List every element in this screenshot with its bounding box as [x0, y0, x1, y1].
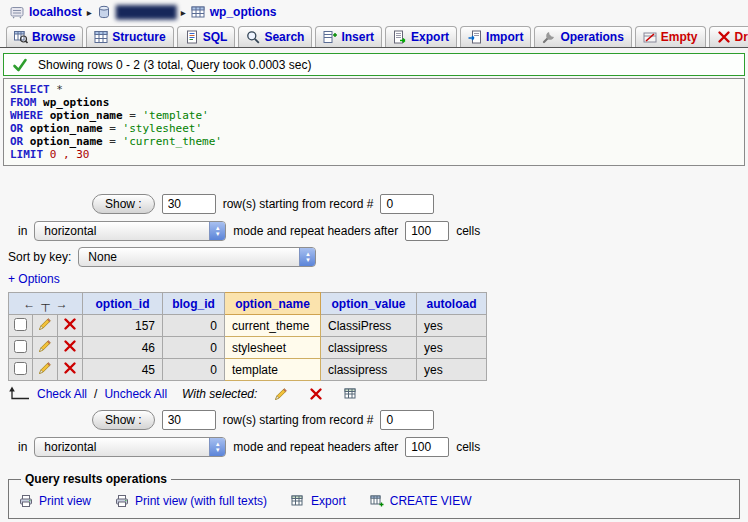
cell-option_value: ClassiPress	[321, 315, 417, 337]
tab-drop[interactable]: Drop	[709, 26, 748, 47]
cell-autoload: yes	[417, 337, 487, 359]
edit-row-button[interactable]	[38, 317, 52, 331]
cell-option_id: 45	[83, 359, 163, 381]
tab-browse[interactable]: Browse	[6, 26, 83, 47]
rows-count-input-top[interactable]	[162, 194, 216, 214]
row-checkbox[interactable]	[14, 318, 27, 331]
edit-row-button[interactable]	[38, 339, 52, 353]
tab-label: Operations	[560, 30, 623, 44]
tab-insert[interactable]: Insert	[315, 26, 382, 47]
tab-search[interactable]: Search	[238, 26, 312, 47]
column-header-option_id[interactable]: option_id	[83, 293, 163, 315]
options-toggle-link[interactable]: + Options	[8, 272, 60, 286]
delete-row-button[interactable]	[63, 317, 77, 331]
export-icon	[393, 30, 407, 44]
column-header-option_value[interactable]: option_value	[321, 293, 417, 315]
sql-line: OR option_name = 'stylesheet'	[10, 122, 738, 135]
import-icon	[468, 30, 482, 44]
show-button-top[interactable]: Show :	[92, 194, 155, 214]
tab-empty[interactable]: Empty	[635, 26, 706, 47]
rows-count-input-bottom[interactable]	[162, 410, 216, 430]
select-arrows-icon: ▲▼	[209, 222, 225, 240]
start-record-input-top[interactable]	[380, 194, 434, 214]
cell-option_id: 157	[83, 315, 163, 337]
sql-line: WHERE option_name = 'template'	[10, 109, 738, 122]
drop-icon	[717, 30, 731, 44]
check-all-link[interactable]: Check All	[37, 387, 87, 401]
sql-token: WHERE	[10, 109, 43, 122]
with-selected-export-button[interactable]	[344, 387, 358, 401]
delete-row-button[interactable]	[63, 361, 77, 375]
display-mode-select-bottom[interactable]: horizontal ▲▼	[34, 437, 226, 457]
sql-token: wp_options	[37, 96, 110, 109]
display-mode-select-top[interactable]: horizontal ▲▼	[34, 221, 226, 241]
with-selected-delete-button[interactable]	[309, 387, 323, 401]
repeat-headers-input-bottom[interactable]	[405, 437, 449, 457]
breadcrumb-server-link[interactable]: localhost	[29, 5, 82, 19]
mode-label-bottom: mode and repeat headers after	[233, 440, 398, 454]
show-button-bottom[interactable]: Show :	[92, 410, 155, 430]
create-view-link[interactable]: CREATE VIEW	[370, 494, 472, 508]
edit-row-button[interactable]	[38, 361, 52, 375]
transpose-icon[interactable]: ┬	[38, 297, 53, 311]
structure-icon	[94, 30, 108, 44]
sql-line: LIMIT 0 , 30	[10, 148, 738, 161]
checkbox-cell	[9, 359, 33, 381]
breadcrumb-database-link[interactable]: ████████	[116, 5, 176, 19]
delete-cell	[58, 315, 83, 337]
sql-token: =	[103, 135, 123, 148]
tab-label: Drop	[735, 30, 748, 44]
tab-structure[interactable]: Structure	[86, 26, 173, 47]
table-icon	[191, 5, 205, 19]
start-record-input-bottom[interactable]	[380, 410, 434, 430]
delete-row-button[interactable]	[63, 339, 77, 353]
column-header-autoload[interactable]: autoload	[417, 293, 487, 315]
row-checkbox[interactable]	[14, 340, 27, 353]
sort-by-key-value: None	[88, 250, 299, 264]
arrow-left-icon[interactable]: ←	[20, 297, 38, 311]
display-mode-value-bottom: horizontal	[44, 440, 209, 454]
sql-token: OR	[10, 122, 23, 135]
print-view-full-texts-link[interactable]: Print view (with full texts)	[115, 494, 267, 508]
sort-by-key-select[interactable]: None ▲▼	[78, 247, 316, 267]
query-ops-legend: Query results operations	[21, 472, 171, 486]
column-header-option_name[interactable]: option_name	[225, 293, 321, 315]
sql-token: 0 , 30	[43, 148, 89, 161]
tab-export[interactable]: Export	[385, 26, 457, 47]
arrow-right-icon[interactable]: →	[53, 297, 71, 311]
sql-token: option_name	[23, 122, 102, 135]
create-view-icon	[370, 494, 384, 508]
export-small-icon	[291, 494, 305, 508]
tab-import[interactable]: Import	[460, 26, 531, 47]
tab-label: Search	[264, 30, 304, 44]
edit-cell	[33, 337, 58, 359]
cell-option_id: 46	[83, 337, 163, 359]
sql-token: 'current_theme'	[123, 135, 222, 148]
tab-sql[interactable]: SQL	[177, 26, 236, 47]
cell-option_name: current_theme	[225, 315, 321, 337]
row-checkbox[interactable]	[14, 362, 27, 375]
tab-operations[interactable]: Operations	[534, 26, 631, 47]
sql-line: OR option_name = 'current_theme'	[10, 135, 738, 148]
cell-blog_id: 0	[163, 359, 225, 381]
op-link-label: Export	[311, 494, 346, 508]
repeat-headers-input-top[interactable]	[405, 221, 449, 241]
cell-autoload: yes	[417, 315, 487, 337]
with-selected-edit-button[interactable]	[274, 387, 288, 401]
column-header-blog_id[interactable]: blog_id	[163, 293, 225, 315]
sort-row: Sort by key: None ▲▼	[0, 244, 748, 270]
sort-by-key-label: Sort by key:	[8, 250, 71, 264]
breadcrumb-table-link[interactable]: wp_options	[210, 5, 277, 19]
cell-autoload: yes	[417, 359, 487, 381]
cell-option_value: classipress	[321, 337, 417, 359]
cell-option_value: classipress	[321, 359, 417, 381]
phpmyadmin-browse-page: localhost ▸ ████████ ▸ wp_options Browse…	[0, 0, 748, 522]
empty-icon	[643, 30, 657, 44]
uncheck-all-link[interactable]: Uncheck All	[104, 387, 167, 401]
export-link[interactable]: Export	[291, 494, 346, 508]
with-selected-label: With selected:	[182, 387, 257, 401]
checkbox-cell	[9, 337, 33, 359]
sql-token: *	[50, 83, 63, 96]
print-view-link[interactable]: Print view	[19, 494, 91, 508]
op-link-label: CREATE VIEW	[390, 494, 472, 508]
